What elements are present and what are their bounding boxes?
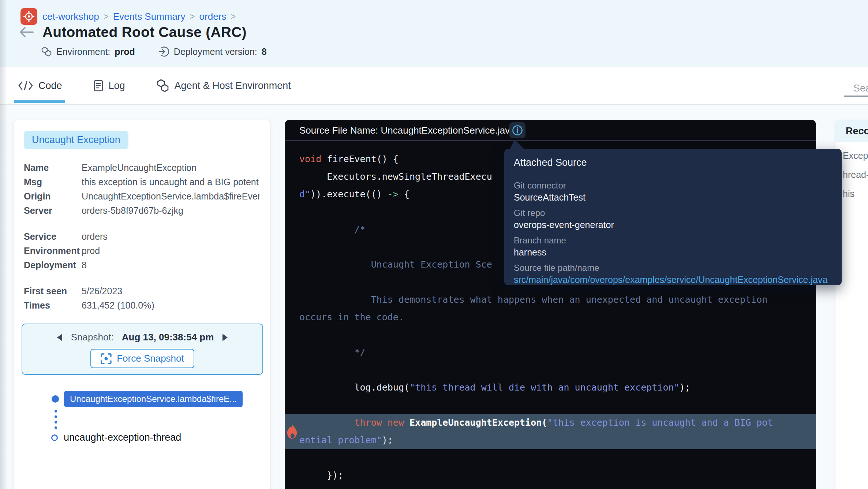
stack-connector-dots [55, 410, 260, 429]
snapshot-timestamp: Aug 13, 09:38:54 pm [122, 332, 214, 343]
field-value: orders [82, 229, 108, 244]
left-edge-shadow [0, 0, 7, 489]
active-tab-underline [14, 100, 65, 103]
tab-code[interactable]: Code [18, 80, 62, 92]
log-icon [94, 80, 103, 92]
breadcrumb-separator: > [104, 11, 109, 22]
field-row: Serverorders-5b8f97d67b-6zjkg [24, 204, 260, 218]
tab-bar: CodeLogAgent & Host Environment [0, 67, 868, 105]
recorded-event-row[interactable]: hread- [843, 167, 868, 186]
code-line: This demonstrates what happens when an u… [285, 291, 816, 309]
tooltip-row-label: Git repo [514, 208, 831, 218]
code-line [285, 326, 816, 344]
field-value: 631,452 (100.0%) [82, 298, 154, 313]
field-value: ExampleUncaughtException [82, 161, 197, 175]
stack-frame-dot-icon [52, 395, 59, 403]
breadcrumb: cet-workshop>Events Summary>orders> [20, 8, 236, 25]
tooltip-title: Attached Source [514, 157, 831, 168]
attached-source-info-button[interactable] [509, 122, 525, 138]
code-line: }); [285, 467, 816, 484]
meta-row: Environment: prod Deployment version: 8 [41, 46, 267, 57]
force-snapshot-label: Force Snapshot [117, 353, 184, 364]
tooltip-arrow [509, 139, 525, 150]
tooltip-row-label: Branch name [514, 235, 831, 246]
snapshot-label: Snapshot: [71, 332, 114, 343]
back-button[interactable] [18, 26, 34, 38]
field-value: prod [82, 244, 100, 258]
stack-frame-selected[interactable]: UncaughtExceptionService.lambda$fireE... [64, 391, 243, 407]
field-row: Times631,452 (100.0%) [24, 298, 260, 313]
next-snapshot-button[interactable] [222, 333, 228, 341]
force-snapshot-button[interactable]: Force Snapshot [90, 349, 194, 368]
source-file-name: Source File Name: UncaughtExceptionServi… [299, 120, 515, 141]
breadcrumb-link-1[interactable]: Events Summary [113, 11, 186, 22]
event-type-badge: Uncaught Exception [24, 131, 128, 149]
snapshot-box: Snapshot: Aug 13, 09:38:54 pm Force [22, 324, 263, 375]
deployment-label: Deployment version: [174, 46, 257, 57]
code-line-highlighted: throw new ExampleUncaughtException("this… [285, 414, 816, 432]
field-row: Deployment8 [24, 258, 260, 272]
tab-label: Log [109, 80, 125, 92]
recorded-events-header: Recor [835, 120, 868, 142]
code-line [285, 361, 816, 379]
field-label: Name [24, 161, 82, 175]
title-row: Automated Root Cause (ARC) [18, 24, 247, 40]
field-row: Serviceorders [24, 229, 260, 244]
tooltip-row-label: Source file path/name [514, 263, 831, 273]
tooltip-row-value: SourceAttachTest [514, 192, 831, 203]
recorded-event-row[interactable]: Excepti [843, 148, 868, 167]
source-file-path-link[interactable]: src/main/java/com/overops/examples/servi… [514, 275, 831, 285]
code-viewer-header: Source File Name: UncaughtExceptionServi… [285, 120, 816, 141]
tab-agent-host-environment[interactable]: Agent & Host Environment [157, 79, 291, 92]
field-row: NameExampleUncaughtException [24, 161, 260, 175]
field-label: Origin [24, 189, 82, 204]
environment-value: prod [115, 46, 135, 57]
field-label: Msg [24, 175, 82, 189]
field-row: Environmentprod [24, 244, 260, 258]
deployment-value: 8 [262, 46, 267, 57]
field-value: 5/26/2023 [82, 284, 122, 298]
page-title: Automated Root Cause (ARC) [42, 24, 247, 40]
tooltip-row-value: overops-event-generator [514, 220, 831, 230]
field-value: 8 [82, 258, 87, 272]
agent-icon [157, 79, 169, 92]
breadcrumb-link-2[interactable]: orders [199, 11, 227, 22]
stack-thread-name[interactable]: uncaught-exception-thread [64, 432, 181, 443]
field-label: Deployment [24, 258, 82, 272]
breadcrumb-separator: > [231, 11, 236, 22]
tab-label: Agent & Host Environment [175, 80, 291, 92]
tab-log[interactable]: Log [94, 80, 125, 92]
stack-thread-ring-icon [51, 434, 58, 441]
search-input[interactable] [844, 81, 868, 96]
tooltip-row-label: Git connector [514, 180, 831, 191]
field-value: this exception is uncaught and a BIG pot… [82, 175, 259, 189]
attached-source-tooltip: Attached Source Git connectorSourceAttac… [504, 149, 842, 285]
force-snapshot-icon [101, 353, 112, 364]
breadcrumb-separator: > [190, 11, 195, 22]
field-row: First seen5/26/2023 [24, 284, 260, 298]
event-details-card: Uncaught Exception NameExampleUncaughtEx… [13, 120, 271, 489]
breadcrumb-link-0[interactable]: cet-workshop [42, 11, 99, 22]
code-line [285, 396, 816, 414]
code-line: */ [285, 344, 816, 361]
recorded-event-row[interactable]: his [843, 186, 868, 205]
field-label: First seen [24, 284, 82, 298]
code-icon [18, 81, 33, 90]
tooltip-row-value: harness [514, 247, 831, 258]
event-service-fields: ServiceordersEnvironmentprodDeployment8 [24, 229, 260, 272]
deployment-icon [158, 46, 169, 57]
previous-snapshot-button[interactable] [56, 333, 63, 341]
field-row: Msgthis exception is uncaught and a BIG … [24, 175, 260, 189]
field-label: Server [24, 204, 82, 218]
search-field [844, 81, 868, 97]
error-flame-icon [285, 423, 299, 440]
field-value: UncaughtExceptionService.lambda$fireEven [82, 189, 260, 204]
arc-page: cet-workshop>Events Summary>orders> Auto… [0, 0, 868, 489]
stack-trace: UncaughtExceptionService.lambda$fireE...… [24, 391, 260, 443]
field-row: OriginUncaughtExceptionService.lambda$fi… [24, 189, 260, 204]
tab-label: Code [38, 80, 62, 92]
error-tracking-logo-icon [20, 8, 37, 25]
event-stats-fields: First seen5/26/2023Times631,452 (100.0%) [24, 284, 260, 313]
field-value: orders-5b8f97d67b-6zjkg [82, 204, 183, 218]
code-line: log.debug("this thread will die with an … [285, 379, 816, 396]
